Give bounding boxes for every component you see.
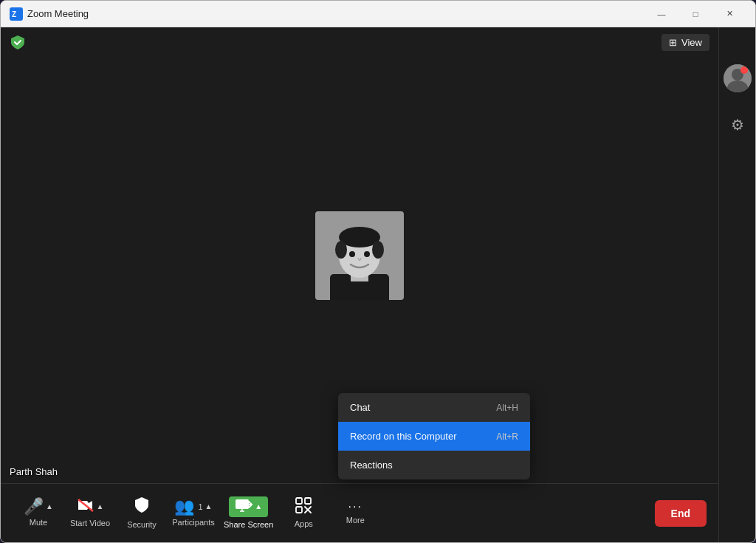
svg-rect-13 (296, 498, 302, 504)
chat-menu-item[interactable]: Chat Alt+H (338, 393, 530, 422)
more-label: More (346, 516, 365, 525)
start-video-label: Start Video (70, 519, 110, 528)
chat-label: Chat (350, 402, 370, 413)
window-controls: — □ ✕ (645, 1, 746, 27)
user-avatar[interactable] (724, 64, 752, 92)
toolbar: 🎤 ▲ Mute (1, 483, 718, 542)
record-label: Record on this Computer (350, 431, 457, 442)
more-icon: ··· (348, 501, 362, 513)
right-panel: ⚙ (718, 27, 755, 542)
svg-rect-14 (305, 498, 311, 504)
share-screen-button[interactable]: ▲ Share Screen (219, 488, 278, 539)
reactions-label: Reactions (350, 460, 393, 471)
mute-button[interactable]: 🎤 ▲ Mute (13, 488, 64, 539)
participants-label: Participants (172, 518, 214, 527)
participants-count: 1 (198, 502, 202, 511)
share-screen-icon (235, 498, 252, 516)
maximize-button[interactable]: □ (678, 1, 712, 27)
svg-point-9 (349, 251, 355, 257)
apps-label: Apps (295, 519, 313, 529)
record-shortcut: Alt+R (496, 431, 518, 442)
chat-shortcut: Alt+H (496, 403, 518, 413)
svg-text:Z: Z (12, 10, 16, 18)
mute-label: Mute (30, 518, 47, 527)
apps-button[interactable]: Apps (278, 488, 329, 539)
participant-video (315, 211, 404, 300)
grid-icon: ⊞ (669, 37, 677, 48)
mute-caret-icon: ▲ (46, 502, 53, 510)
participant-tile (315, 211, 404, 300)
shield-icon (10, 34, 26, 50)
participant-name-label: Parth Shah (10, 466, 58, 477)
svg-point-8 (372, 241, 384, 259)
zoom-window: Z Zoom Meeting — □ ✕ ⊞ View (0, 0, 756, 543)
zoom-app-icon: Z (10, 7, 23, 21)
participants-icon: 👥 (174, 499, 194, 515)
participants-button[interactable]: 👥 1 ▲ Participants (168, 488, 219, 539)
participants-caret-icon: ▲ (205, 502, 213, 510)
more-dropdown-menu: Chat Alt+H Record on this Computer Alt+R… (338, 393, 530, 479)
start-video-button[interactable]: ▲ Start Video (64, 488, 116, 539)
security-shield-icon (134, 496, 150, 517)
svg-rect-15 (296, 507, 302, 513)
avatar-image (724, 64, 752, 92)
security-label: Security (127, 520, 157, 530)
end-button[interactable]: End (655, 500, 707, 527)
apps-icon (295, 497, 312, 516)
video-off-icon (77, 498, 94, 516)
view-button[interactable]: ⊞ View (662, 34, 709, 51)
share-caret-icon: ▲ (255, 502, 262, 510)
meeting-topbar: ⊞ View (1, 27, 718, 57)
svg-point-10 (364, 251, 370, 257)
titlebar: Z Zoom Meeting — □ ✕ (1, 1, 755, 27)
security-button[interactable]: Security (116, 488, 168, 539)
close-button[interactable]: ✕ (712, 1, 746, 27)
more-button[interactable]: ··· More (329, 488, 381, 539)
microphone-icon: 🎤 (24, 499, 44, 515)
reactions-menu-item[interactable]: Reactions (338, 451, 530, 479)
view-label: View (681, 37, 702, 48)
main-area: ⊞ View (1, 27, 755, 542)
meeting-area: ⊞ View (1, 27, 718, 542)
share-screen-label: Share Screen (224, 520, 273, 530)
settings-button[interactable]: ⚙ (731, 116, 744, 134)
video-caret-icon: ▲ (97, 502, 104, 510)
minimize-button[interactable]: — (645, 1, 678, 27)
svg-point-7 (335, 241, 347, 259)
record-menu-item[interactable]: Record on this Computer Alt+R (338, 422, 530, 451)
window-title: Zoom Meeting (27, 8, 645, 19)
svg-point-19 (740, 66, 748, 74)
